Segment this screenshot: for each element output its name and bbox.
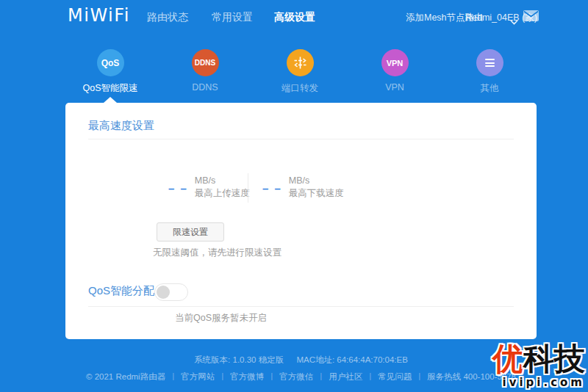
tab-other[interactable]: 其他 [445,49,534,95]
footer-link-faq[interactable]: 常见问题 [378,371,412,382]
section-title-max-speed: 最高速度设置 [88,119,154,133]
download-speed-label: 最高下载速度 [289,187,344,200]
footer-link-wechat[interactable]: 官方微信 [279,371,313,382]
download-speed-unit: MB/s [289,175,344,187]
mail-icon[interactable] [523,10,539,24]
tab-label: 其他 [445,82,534,95]
upload-speed-unit: MB/s [195,175,250,187]
toggle-knob [157,286,170,299]
speed-limit-settings-button[interactable]: 限速设置 [157,222,224,242]
divider [88,139,514,139]
upload-speed-display: – – MB/s 最高上传速度 [168,175,250,200]
miwifi-admin-page: MiWiFi 路由状态 常用设置 高级设置 添加Mesh节点路由 Redmi_0… [0,0,588,392]
tab-label: DDNS [161,82,249,92]
qos-icon: QoS [97,49,124,76]
tab-port-forwarding[interactable]: 端口转发 [256,49,344,95]
download-speed-value: – – [262,182,282,195]
nav-item-advanced-settings[interactable]: 高级设置 [274,11,315,24]
footer-link-community[interactable]: 用户社区 [329,371,362,382]
mac-address: MAC地址: 64:64:4A:70:04:EB [296,355,408,364]
tab-ddns[interactable]: DDNS DDNS [161,49,249,92]
nav-item-common-settings[interactable]: 常用设置 [212,11,253,24]
divider [88,306,514,307]
upload-speed-value: – – [168,182,188,195]
tab-qos[interactable]: QoS QoS智能限速 [66,49,154,95]
top-nav: MiWiFi 路由状态 常用设置 高级设置 添加Mesh节点路由 Redmi_0… [0,0,588,32]
qos-toggle[interactable] [154,283,188,301]
nav-item-router-status[interactable]: 路由状态 [147,11,188,24]
qos-settings-card: 最高速度设置 – – MB/s 最高上传速度 – – MB/s 最高下载速度 限… [65,103,537,339]
vpn-icon: VPN [381,49,409,76]
vertical-divider [248,173,248,203]
download-speed-display: – – MB/s 最高下载速度 [262,175,344,200]
speed-limit-hint: 无限速阈值，请先进行限速设置 [153,247,282,259]
footer-link-official-site[interactable]: 官方网站 [181,371,215,382]
active-tab-caret [104,97,117,103]
chevron-down-icon[interactable] [510,15,518,28]
footer-hotline: 服务热线 400-100-5678 [427,371,516,382]
upload-speed-label: 最高上传速度 [195,187,250,200]
ddns-icon: DDNS [192,49,219,76]
tab-label: VPN [351,82,439,92]
section-title-qos-allocation: QoS智能分配 [88,284,154,298]
footer-link-weibo[interactable]: 官方微博 [230,371,264,382]
system-version: 系统版本: 1.0.30 稳定版 [194,355,284,364]
port-forward-icon [287,49,314,76]
tab-label: 端口转发 [256,82,344,95]
menu-icon [476,49,503,76]
footer-links: © 2021 Redmi路由器| 官方网站| 官方微博| 官方微信| 用户社区|… [65,371,537,382]
qos-status-hint: 当前QoS服务暂未开启 [175,312,267,324]
copyright: © 2021 Redmi路由器 [86,371,165,382]
miwifi-logo[interactable]: MiWiFi [68,5,130,26]
footer-system-info: 系统版本: 1.0.30 稳定版 MAC地址: 64:64:4A:70:04:E… [65,355,537,366]
tab-vpn[interactable]: VPN VPN [351,49,439,92]
tab-label: QoS智能限速 [66,82,154,95]
